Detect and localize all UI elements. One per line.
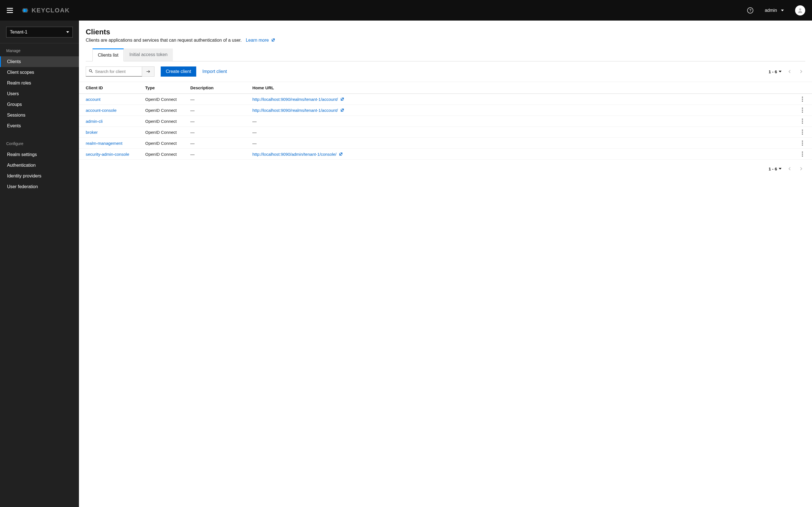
sidebar-item-sessions[interactable]: Sessions: [0, 110, 79, 121]
kebab-menu-icon[interactable]: [800, 108, 805, 113]
client-id-link[interactable]: account: [86, 97, 101, 102]
search-input[interactable]: [86, 67, 142, 76]
sidebar-item-realm-settings[interactable]: Realm settings: [0, 149, 79, 160]
th-actions: [797, 82, 812, 94]
tab-clients-list[interactable]: Clients list: [93, 48, 124, 61]
user-label: admin: [765, 8, 777, 13]
sidebar-item-clients[interactable]: Clients: [0, 56, 79, 67]
cell-description: —: [188, 116, 250, 127]
sidebar-item-groups[interactable]: Groups: [0, 99, 79, 110]
sidebar-item-events[interactable]: Events: [0, 121, 79, 131]
table-row: security-admin-consoleOpenID Connect—htt…: [79, 149, 812, 160]
nav-section-title: Configure: [0, 136, 79, 149]
page-range-selector[interactable]: 1 - 6: [769, 69, 781, 74]
page-title: Clients: [86, 27, 805, 36]
cell-actions: [797, 149, 812, 160]
cell-type: OpenID Connect: [142, 138, 188, 149]
cell-home-url: http://localhost:9090/admin/tenant-1/con…: [250, 149, 797, 160]
realm-selected-label: Tenant-1: [10, 30, 28, 35]
home-url-link[interactable]: http://localhost:9090/realms/tenant-1/ac…: [252, 97, 344, 102]
kebab-menu-icon[interactable]: [800, 119, 805, 124]
client-id-link[interactable]: broker: [86, 130, 98, 135]
user-menu[interactable]: admin: [765, 8, 784, 13]
page-prev-button[interactable]: [785, 165, 794, 173]
home-url-link[interactable]: http://localhost:9090/realms/tenant-1/ac…: [252, 108, 344, 113]
client-id-link[interactable]: admin-cli: [86, 119, 103, 124]
create-client-button[interactable]: Create client: [161, 66, 196, 76]
chevron-down-icon: [779, 168, 781, 170]
external-link-icon: [339, 152, 343, 156]
cell-actions: [797, 127, 812, 138]
cell-type: OpenID Connect: [142, 105, 188, 116]
table-row: accountOpenID Connect—http://localhost:9…: [79, 94, 812, 105]
sidebar-item-realm-roles[interactable]: Realm roles: [0, 78, 79, 89]
chevron-down-icon: [66, 31, 69, 33]
external-link-icon: [340, 97, 344, 101]
hamburger-menu-icon[interactable]: [7, 8, 13, 13]
external-link-icon: [340, 108, 344, 112]
header-right: ? admin: [747, 5, 805, 15]
page-next-button[interactable]: [797, 68, 805, 75]
cell-description: —: [188, 149, 250, 160]
help-icon[interactable]: ?: [747, 7, 753, 13]
kebab-menu-icon[interactable]: [800, 97, 805, 102]
svg-point-4: [89, 69, 92, 72]
pagination-top: 1 - 6: [769, 68, 805, 75]
search-submit-button[interactable]: [142, 66, 154, 76]
realm-selector[interactable]: Tenant-1: [6, 27, 73, 38]
kebab-menu-icon[interactable]: [800, 140, 805, 146]
th-client-id: Client ID: [79, 82, 142, 94]
table-row: account-consoleOpenID Connect—http://loc…: [79, 105, 812, 116]
sidebar-item-client-scopes[interactable]: Client scopes: [0, 67, 79, 78]
th-home-url: Home URL: [250, 82, 797, 94]
chevron-down-icon: [779, 71, 781, 72]
svg-line-5: [91, 71, 93, 73]
brand-name: KEYCLOAK: [32, 7, 70, 14]
client-id-link[interactable]: account-console: [86, 108, 116, 113]
brand-logo[interactable]: KEYCLOAK: [21, 6, 70, 15]
cell-type: OpenID Connect: [142, 127, 188, 138]
kebab-menu-icon[interactable]: [800, 129, 805, 135]
client-id-link[interactable]: security-admin-console: [86, 152, 129, 157]
tab-initial-access-token[interactable]: Initial access token: [124, 48, 173, 61]
import-client-button[interactable]: Import client: [202, 69, 227, 74]
cell-home-url: http://localhost:9090/realms/tenant-1/ac…: [250, 105, 797, 116]
sidebar-item-authentication[interactable]: Authentication: [0, 160, 79, 171]
sidebar-item-users[interactable]: Users: [0, 89, 79, 99]
top-header: KEYCLOAK ? admin: [0, 0, 812, 20]
pagination-bottom: 1 - 6: [769, 165, 805, 173]
tabs: Clients listInitial access token: [86, 48, 805, 61]
chevron-down-icon: [781, 10, 784, 11]
sidebar-item-user-federation[interactable]: User federation: [0, 181, 79, 192]
client-id-link[interactable]: realm-management: [86, 141, 122, 146]
cell-description: —: [188, 94, 250, 105]
nav-section-title: Manage: [0, 43, 79, 56]
cell-home-url: http://localhost:9090/realms/tenant-1/ac…: [250, 94, 797, 105]
external-link-icon: [271, 38, 275, 42]
cell-home-url: —: [250, 138, 797, 149]
sidebar-item-identity-providers[interactable]: Identity providers: [0, 171, 79, 181]
cell-actions: [797, 138, 812, 149]
kebab-menu-icon[interactable]: [800, 152, 805, 157]
toolbar: Create client Import client 1 - 6: [79, 61, 812, 82]
page-prev-button[interactable]: [785, 68, 794, 75]
svg-point-3: [799, 8, 801, 10]
learn-more-link[interactable]: Learn more: [246, 38, 275, 43]
cell-home-url: —: [250, 127, 797, 138]
th-description: Description: [188, 82, 250, 94]
cell-actions: [797, 105, 812, 116]
cell-description: —: [188, 127, 250, 138]
search-group: [86, 66, 154, 76]
cell-type: OpenID Connect: [142, 149, 188, 160]
user-avatar-icon: [797, 7, 803, 13]
page-next-button[interactable]: [797, 165, 805, 173]
page-range-selector[interactable]: 1 - 6: [769, 166, 781, 171]
cell-home-url: —: [250, 116, 797, 127]
table-row: admin-cliOpenID Connect——: [79, 116, 812, 127]
cell-description: —: [188, 105, 250, 116]
sidebar: Tenant-1 ManageClientsClient scopesRealm…: [0, 20, 79, 507]
home-url-link[interactable]: http://localhost:9090/admin/tenant-1/con…: [252, 152, 343, 157]
arrow-right-icon: [146, 69, 151, 73]
cell-description: —: [188, 138, 250, 149]
avatar[interactable]: [795, 5, 805, 15]
